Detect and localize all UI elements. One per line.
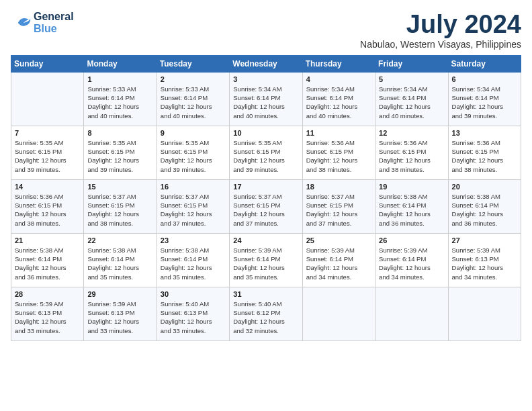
- day-info: Sunrise: 5:38 AM Sunset: 6:14 PM Dayligh…: [452, 192, 517, 228]
- day-number: 18: [306, 183, 371, 191]
- day-info: Sunrise: 5:40 AM Sunset: 6:12 PM Dayligh…: [233, 300, 298, 335]
- day-number: 21: [15, 236, 80, 244]
- calendar-cell: 19Sunrise: 5:38 AM Sunset: 6:14 PM Dayli…: [375, 179, 448, 233]
- calendar-cell: 26Sunrise: 5:39 AM Sunset: 6:14 PM Dayli…: [375, 233, 448, 287]
- logo-bird-icon: [11, 12, 32, 34]
- day-info: Sunrise: 5:34 AM Sunset: 6:14 PM Dayligh…: [306, 85, 371, 120]
- day-number: 25: [306, 236, 371, 244]
- day-info: Sunrise: 5:38 AM Sunset: 6:14 PM Dayligh…: [87, 246, 152, 281]
- column-header-wednesday: Wednesday: [230, 55, 302, 72]
- calendar-cell: 1Sunrise: 5:33 AM Sunset: 6:14 PM Daylig…: [84, 72, 157, 126]
- day-number: 7: [15, 129, 80, 137]
- column-header-thursday: Thursday: [302, 55, 375, 72]
- day-info: Sunrise: 5:33 AM Sunset: 6:14 PM Dayligh…: [161, 85, 226, 120]
- day-info: Sunrise: 5:38 AM Sunset: 6:14 PM Dayligh…: [161, 246, 226, 281]
- column-header-tuesday: Tuesday: [157, 55, 229, 72]
- day-number: 6: [452, 75, 517, 83]
- day-info: Sunrise: 5:34 AM Sunset: 6:14 PM Dayligh…: [452, 85, 517, 120]
- calendar-cell: [302, 287, 375, 340]
- logo-text: General Blue: [11, 11, 74, 34]
- day-info: Sunrise: 5:36 AM Sunset: 6:15 PM Dayligh…: [379, 138, 444, 174]
- calendar-cell: 6Sunrise: 5:34 AM Sunset: 6:14 PM Daylig…: [448, 72, 521, 126]
- day-info: Sunrise: 5:37 AM Sunset: 6:15 PM Dayligh…: [306, 192, 371, 228]
- day-number: 30: [161, 290, 226, 298]
- calendar-cell: 12Sunrise: 5:36 AM Sunset: 6:15 PM Dayli…: [375, 126, 448, 179]
- calendar-cell: 17Sunrise: 5:37 AM Sunset: 6:15 PM Dayli…: [230, 179, 302, 233]
- page-header: General Blue July 2024 Nabulao, Western …: [11, 11, 521, 50]
- day-info: Sunrise: 5:36 AM Sunset: 6:15 PM Dayligh…: [15, 192, 80, 228]
- calendar-cell: 25Sunrise: 5:39 AM Sunset: 6:14 PM Dayli…: [302, 233, 375, 287]
- column-header-friday: Friday: [375, 55, 448, 72]
- calendar-cell: 16Sunrise: 5:37 AM Sunset: 6:15 PM Dayli…: [157, 179, 229, 233]
- day-number: 24: [233, 236, 298, 244]
- day-info: Sunrise: 5:39 AM Sunset: 6:14 PM Dayligh…: [306, 246, 371, 281]
- calendar-week-row: 21Sunrise: 5:38 AM Sunset: 6:14 PM Dayli…: [11, 233, 521, 287]
- day-info: Sunrise: 5:36 AM Sunset: 6:15 PM Dayligh…: [306, 138, 371, 174]
- column-header-sunday: Sunday: [11, 55, 84, 72]
- day-number: 17: [233, 183, 298, 191]
- day-number: 19: [379, 183, 444, 191]
- day-number: 14: [15, 183, 80, 191]
- day-number: 26: [379, 236, 444, 244]
- calendar-cell: 31Sunrise: 5:40 AM Sunset: 6:12 PM Dayli…: [230, 287, 302, 340]
- day-info: Sunrise: 5:40 AM Sunset: 6:13 PM Dayligh…: [161, 300, 226, 335]
- day-info: Sunrise: 5:36 AM Sunset: 6:15 PM Dayligh…: [452, 138, 517, 174]
- calendar-cell: 23Sunrise: 5:38 AM Sunset: 6:14 PM Dayli…: [157, 233, 229, 287]
- day-number: 29: [87, 290, 152, 298]
- calendar-cell: 4Sunrise: 5:34 AM Sunset: 6:14 PM Daylig…: [302, 72, 375, 126]
- day-info: Sunrise: 5:35 AM Sunset: 6:15 PM Dayligh…: [87, 138, 152, 174]
- calendar-cell: 9Sunrise: 5:35 AM Sunset: 6:15 PM Daylig…: [157, 126, 229, 179]
- calendar-week-row: 1Sunrise: 5:33 AM Sunset: 6:14 PM Daylig…: [11, 72, 521, 126]
- calendar-week-row: 28Sunrise: 5:39 AM Sunset: 6:13 PM Dayli…: [11, 287, 521, 340]
- day-number: 22: [87, 236, 152, 244]
- day-info: Sunrise: 5:38 AM Sunset: 6:14 PM Dayligh…: [379, 192, 444, 228]
- calendar-cell: 15Sunrise: 5:37 AM Sunset: 6:15 PM Dayli…: [84, 179, 157, 233]
- day-number: 10: [233, 129, 298, 137]
- calendar-cell: 27Sunrise: 5:39 AM Sunset: 6:13 PM Dayli…: [448, 233, 521, 287]
- day-number: 8: [87, 129, 152, 137]
- calendar-cell: 24Sunrise: 5:39 AM Sunset: 6:14 PM Dayli…: [230, 233, 302, 287]
- day-info: Sunrise: 5:35 AM Sunset: 6:15 PM Dayligh…: [15, 138, 80, 174]
- day-info: Sunrise: 5:35 AM Sunset: 6:15 PM Dayligh…: [233, 138, 298, 174]
- day-info: Sunrise: 5:37 AM Sunset: 6:15 PM Dayligh…: [161, 192, 226, 228]
- column-header-saturday: Saturday: [448, 55, 521, 72]
- day-number: 11: [306, 129, 371, 137]
- calendar-cell: 2Sunrise: 5:33 AM Sunset: 6:14 PM Daylig…: [157, 72, 229, 126]
- day-number: 4: [306, 75, 371, 83]
- day-info: Sunrise: 5:39 AM Sunset: 6:13 PM Dayligh…: [87, 300, 152, 335]
- day-info: Sunrise: 5:39 AM Sunset: 6:13 PM Dayligh…: [15, 300, 80, 335]
- day-number: 12: [379, 129, 444, 137]
- calendar-cell: 7Sunrise: 5:35 AM Sunset: 6:15 PM Daylig…: [11, 126, 84, 179]
- calendar-header-row: SundayMondayTuesdayWednesdayThursdayFrid…: [11, 55, 521, 72]
- calendar-week-row: 7Sunrise: 5:35 AM Sunset: 6:15 PM Daylig…: [11, 126, 521, 179]
- day-number: 5: [379, 75, 444, 83]
- day-info: Sunrise: 5:39 AM Sunset: 6:14 PM Dayligh…: [233, 246, 298, 281]
- day-info: Sunrise: 5:35 AM Sunset: 6:15 PM Dayligh…: [161, 138, 226, 174]
- calendar-cell: 18Sunrise: 5:37 AM Sunset: 6:15 PM Dayli…: [302, 179, 375, 233]
- calendar-cell: 5Sunrise: 5:34 AM Sunset: 6:14 PM Daylig…: [375, 72, 448, 126]
- month-title: July 2024: [360, 11, 521, 39]
- day-info: Sunrise: 5:34 AM Sunset: 6:14 PM Dayligh…: [379, 85, 444, 120]
- day-info: Sunrise: 5:33 AM Sunset: 6:14 PM Dayligh…: [87, 85, 152, 120]
- calendar-cell: 3Sunrise: 5:34 AM Sunset: 6:14 PM Daylig…: [230, 72, 302, 126]
- calendar-cell: 8Sunrise: 5:35 AM Sunset: 6:15 PM Daylig…: [84, 126, 157, 179]
- day-number: 9: [161, 129, 226, 137]
- day-number: 31: [233, 290, 298, 298]
- logo: General Blue: [11, 11, 74, 34]
- day-number: 16: [161, 183, 226, 191]
- calendar-cell: 13Sunrise: 5:36 AM Sunset: 6:15 PM Dayli…: [448, 126, 521, 179]
- calendar-cell: [375, 287, 448, 340]
- calendar-week-row: 14Sunrise: 5:36 AM Sunset: 6:15 PM Dayli…: [11, 179, 521, 233]
- day-number: 23: [161, 236, 226, 244]
- day-number: 2: [161, 75, 226, 83]
- day-info: Sunrise: 5:34 AM Sunset: 6:14 PM Dayligh…: [233, 85, 298, 120]
- calendar-table: SundayMondayTuesdayWednesdayThursdayFrid…: [11, 55, 521, 341]
- day-info: Sunrise: 5:37 AM Sunset: 6:15 PM Dayligh…: [87, 192, 152, 228]
- column-header-monday: Monday: [84, 55, 157, 72]
- calendar-cell: 30Sunrise: 5:40 AM Sunset: 6:13 PM Dayli…: [157, 287, 229, 340]
- day-info: Sunrise: 5:39 AM Sunset: 6:13 PM Dayligh…: [452, 246, 517, 281]
- calendar-cell: [448, 287, 521, 340]
- day-number: 27: [452, 236, 517, 244]
- day-number: 3: [233, 75, 298, 83]
- location: Nabulao, Western Visayas, Philippines: [360, 39, 521, 50]
